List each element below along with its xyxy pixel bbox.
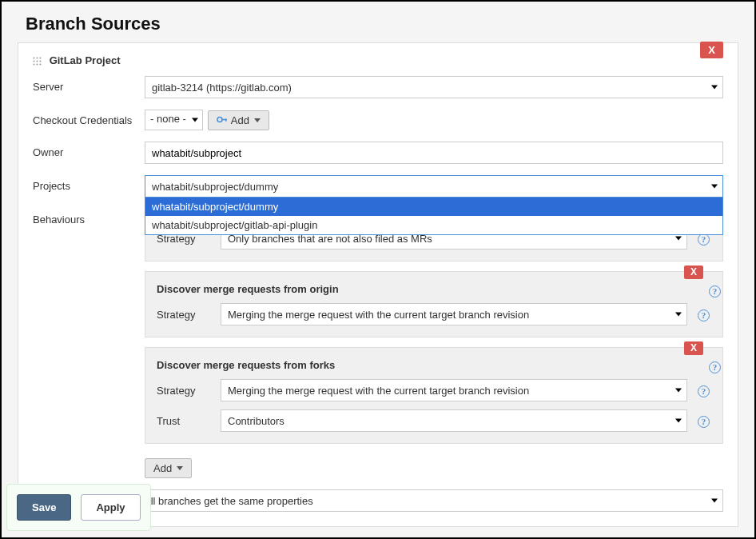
help-icon[interactable]: ?: [698, 413, 710, 428]
server-value: gitlab-3214 (https://gitlab.com): [152, 82, 292, 94]
svg-point-1: [37, 58, 38, 59]
projects-label: Projects: [33, 175, 145, 192]
projects-option[interactable]: whatabit/subproject/dummy: [145, 198, 722, 216]
trust-select[interactable]: Contributors: [221, 409, 687, 432]
svg-point-0: [34, 58, 35, 59]
projects-option[interactable]: whatabit/subproject/gitlab-api-plugin: [145, 216, 722, 234]
trust-label: Trust: [157, 415, 221, 427]
owner-label: Owner: [33, 142, 145, 158]
key-icon: [217, 114, 228, 126]
projects-dropdown: whatabit/subproject/dummy whatabit/subpr…: [145, 198, 723, 235]
server-label: Server: [33, 76, 145, 93]
section-title: GitLab Project: [50, 54, 121, 66]
behaviour-block: X ? Discover merge requests from forks S…: [145, 347, 723, 444]
add-credentials-label: Add: [231, 114, 249, 126]
page-title: Branch Sources: [2, 2, 754, 42]
strategy-label: Strategy: [157, 309, 221, 321]
gitlab-project-section: X GitLab Project Server gitlab-3214 (htt…: [18, 42, 738, 527]
strategy-value: Merging the merge request with the curre…: [228, 385, 529, 397]
chevron-down-icon: [711, 185, 718, 189]
section-header: GitLab Project: [18, 43, 738, 76]
owner-input[interactable]: [145, 142, 723, 164]
add-behaviour-button[interactable]: Add: [145, 458, 192, 478]
svg-point-5: [40, 61, 42, 62]
behaviours-label: Behaviours: [33, 209, 145, 226]
help-icon[interactable]: ?: [698, 307, 710, 321]
property-strategy-value: All branches get the same properties: [144, 495, 313, 507]
add-credentials-button[interactable]: Add: [208, 110, 269, 130]
credentials-value: - none -: [150, 113, 186, 125]
svg-point-4: [37, 61, 38, 62]
projects-select[interactable]: whatabit/subproject/dummy: [145, 175, 723, 198]
chevron-down-icon: [192, 118, 198, 122]
behaviour-title: Discover merge requests from origin: [157, 283, 711, 295]
behaviour-delete-button[interactable]: X: [684, 341, 703, 355]
chevron-down-icon: [675, 313, 682, 317]
chevron-down-icon: [254, 118, 261, 122]
strategy-value: Merging the merge request with the curre…: [228, 309, 529, 321]
help-icon[interactable]: ?: [709, 359, 721, 373]
apply-button[interactable]: Apply: [81, 494, 140, 521]
property-strategy-select[interactable]: All branches get the same properties: [137, 489, 723, 512]
projects-value: whatabit/subproject/dummy: [152, 181, 278, 193]
add-behaviour-label: Add: [153, 462, 172, 474]
svg-point-7: [37, 64, 38, 66]
svg-point-9: [217, 117, 222, 122]
credentials-select[interactable]: - none -: [145, 110, 203, 130]
svg-point-2: [40, 58, 42, 59]
svg-point-6: [34, 64, 35, 66]
save-button[interactable]: Save: [17, 494, 71, 521]
section-delete-button[interactable]: X: [700, 42, 723, 58]
footer-actions: Save Apply: [6, 484, 151, 531]
checkout-credentials-label: Checkout Credentials: [33, 110, 145, 126]
chevron-down-icon: [711, 499, 718, 503]
help-icon[interactable]: ?: [698, 383, 710, 397]
svg-rect-11: [225, 118, 227, 121]
behaviour-delete-button[interactable]: X: [684, 266, 703, 279]
strategy-label: Strategy: [157, 385, 221, 397]
help-icon[interactable]: ?: [709, 283, 721, 297]
grip-icon[interactable]: [33, 57, 42, 66]
chevron-down-icon: [675, 389, 682, 393]
chevron-down-icon: [177, 466, 183, 470]
chevron-down-icon: [711, 86, 718, 90]
strategy-select[interactable]: Merging the merge request with the curre…: [221, 379, 687, 401]
behaviour-block: X ? Discover merge requests from origin …: [145, 271, 723, 337]
server-select[interactable]: gitlab-3214 (https://gitlab.com): [145, 76, 723, 98]
behaviour-title: Discover merge requests from forks: [157, 359, 711, 371]
chevron-down-icon: [675, 237, 682, 241]
strategy-select[interactable]: Merging the merge request with the curre…: [221, 303, 687, 325]
trust-value: Contributors: [228, 415, 284, 427]
svg-point-8: [40, 64, 42, 66]
chevron-down-icon: [675, 419, 682, 423]
svg-point-3: [34, 61, 35, 62]
